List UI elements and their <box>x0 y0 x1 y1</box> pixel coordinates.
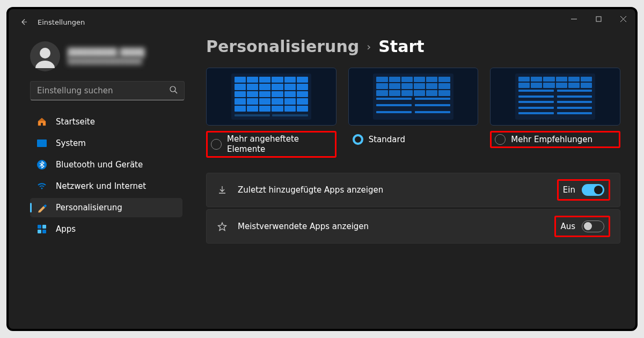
toggle-most-used[interactable] <box>582 221 604 232</box>
svg-rect-11 <box>42 225 46 229</box>
minimize-button[interactable] <box>561 9 586 28</box>
svg-rect-12 <box>38 230 41 233</box>
radio-label: Mehr Empfehlungen <box>511 135 592 145</box>
layout-thumb[interactable] <box>490 68 620 126</box>
setting-recently-added[interactable]: Zuletzt hinzugefügte Apps anzeigen Ein <box>206 173 620 207</box>
close-button[interactable] <box>611 9 635 28</box>
layout-options: Mehr angeheftete Elemente Standard <box>206 68 620 158</box>
svg-rect-7 <box>37 139 47 147</box>
radio-more-recommendations[interactable] <box>495 134 506 145</box>
apps-icon <box>36 224 47 234</box>
app-title: Einstellungen <box>38 18 85 26</box>
setting-label: Zuletzt hinzugefügte Apps anzeigen <box>238 185 547 195</box>
breadcrumb-parent[interactable]: Personalisierung <box>206 37 359 56</box>
radio-label: Standard <box>369 135 405 145</box>
layout-thumb[interactable] <box>206 68 336 126</box>
personalization-icon <box>36 202 47 213</box>
toggle-state-label: Aus <box>560 222 575 231</box>
download-icon <box>216 185 228 195</box>
content: Personalisierung › Start Mehr angeheftet… <box>191 35 635 329</box>
svg-rect-10 <box>38 225 41 229</box>
back-button[interactable] <box>13 11 34 33</box>
radio-standard[interactable] <box>353 134 363 145</box>
system-icon <box>36 138 47 149</box>
page-title: Start <box>378 37 424 56</box>
search-input[interactable] <box>37 86 169 95</box>
search-icon <box>169 85 178 96</box>
home-icon <box>36 116 47 127</box>
layout-option-standard[interactable]: Standard <box>348 68 479 158</box>
sidebar-item-apps[interactable]: Apps <box>30 219 182 239</box>
profile-name: ████████ ████ <box>68 48 145 57</box>
sidebar-item-label: System <box>56 138 86 148</box>
sidebar: ████████ ████ ███████████████ Startseite… <box>9 35 191 329</box>
star-icon <box>216 222 228 231</box>
radio-more-pinned[interactable] <box>211 139 222 150</box>
settings-window: Einstellungen ████████ ████ ████████████… <box>9 9 635 329</box>
profile-email: ███████████████ <box>68 57 145 65</box>
sidebar-item-system[interactable]: System <box>30 134 182 153</box>
nav: Startseite System Bluetooth und Geräte N… <box>30 112 185 329</box>
sidebar-item-home[interactable]: Startseite <box>30 112 182 131</box>
sidebar-item-label: Personalisierung <box>56 203 122 212</box>
wifi-icon <box>36 181 47 192</box>
sidebar-item-personalization[interactable]: Personalisierung <box>30 198 182 217</box>
sidebar-item-label: Startseite <box>56 117 95 127</box>
layout-option-more-pinned[interactable]: Mehr angeheftete Elemente <box>206 68 336 158</box>
breadcrumb: Personalisierung › Start <box>206 37 620 56</box>
search-box[interactable] <box>30 81 185 100</box>
profile[interactable]: ████████ ████ ███████████████ <box>30 39 185 81</box>
maximize-button[interactable] <box>586 9 611 28</box>
chevron-right-icon: › <box>367 40 371 53</box>
svg-rect-1 <box>596 17 601 21</box>
sidebar-item-label: Bluetooth und Geräte <box>56 160 143 170</box>
sidebar-item-label: Netzwerk und Internet <box>56 181 146 191</box>
avatar <box>30 41 60 71</box>
layout-option-more-recommendations[interactable]: Mehr Empfehlungen <box>490 68 620 158</box>
bluetooth-icon <box>36 159 47 170</box>
sidebar-item-label: Apps <box>56 224 76 234</box>
radio-label: Mehr angeheftete Elemente <box>227 134 332 155</box>
toggle-recently-added[interactable] <box>582 184 604 196</box>
svg-point-4 <box>40 48 50 58</box>
svg-point-9 <box>41 188 43 189</box>
svg-line-6 <box>175 91 177 93</box>
svg-point-5 <box>170 86 175 92</box>
toggle-state-label: Ein <box>563 185 575 195</box>
sidebar-item-bluetooth[interactable]: Bluetooth und Geräte <box>30 155 182 174</box>
layout-thumb[interactable] <box>348 68 479 126</box>
sidebar-item-network[interactable]: Netzwerk und Internet <box>30 177 182 196</box>
setting-label: Meistverwendete Apps anzeigen <box>238 222 545 231</box>
setting-most-used[interactable]: Meistverwendete Apps anzeigen Aus <box>206 209 620 244</box>
svg-rect-13 <box>42 230 46 233</box>
window-controls <box>561 9 635 28</box>
titlebar: Einstellungen <box>9 9 635 35</box>
